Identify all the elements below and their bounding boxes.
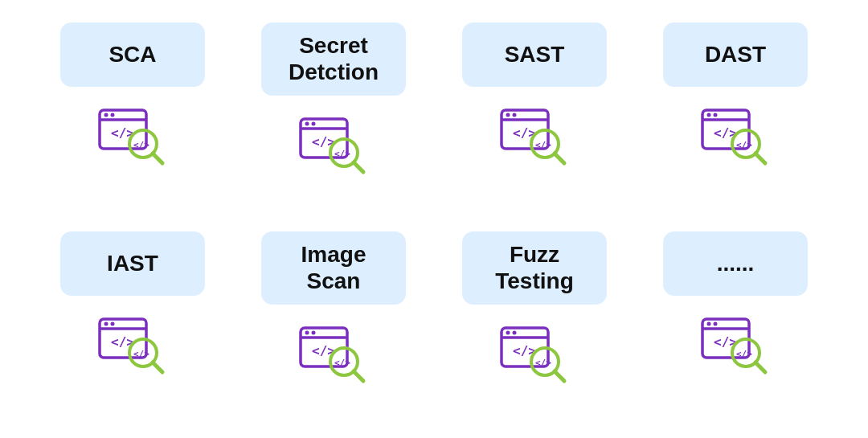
svg-text:</>: </>: [736, 349, 752, 359]
label-text-fuzz-testing: FuzzTesting: [495, 241, 573, 295]
cell-dast[interactable]: DAST </> </>: [647, 23, 824, 207]
svg-line-6: [153, 154, 162, 163]
cell-sast[interactable]: SAST </> </>: [446, 23, 623, 207]
svg-point-50: [506, 330, 510, 334]
svg-text:</>: </>: [133, 140, 149, 150]
scan-icon-sast: </> </>: [494, 98, 575, 170]
svg-text:</>: </>: [334, 358, 350, 368]
label-text-sast: SAST: [505, 41, 565, 68]
label-box-more: ......: [663, 231, 808, 296]
svg-line-46: [354, 371, 363, 381]
svg-point-26: [707, 113, 711, 117]
svg-point-18: [506, 113, 510, 117]
svg-line-38: [153, 362, 162, 372]
svg-line-62: [755, 362, 765, 372]
svg-line-30: [755, 154, 765, 163]
label-box-image-scan: ImageScan: [261, 231, 406, 305]
scan-icon-dast: </> </>: [695, 98, 776, 170]
cell-image-scan[interactable]: ImageScan </> </>: [245, 231, 422, 416]
label-text-more: ......: [717, 250, 755, 277]
svg-text:</>: </>: [535, 140, 551, 150]
svg-point-43: [312, 330, 316, 334]
label-box-sast: SAST: [462, 23, 607, 87]
svg-point-10: [305, 121, 309, 125]
svg-point-58: [707, 321, 711, 325]
cell-iast[interactable]: IAST </> </>: [44, 231, 221, 416]
svg-point-34: [104, 321, 108, 325]
label-box-dast: DAST: [663, 23, 808, 87]
scan-icon-iast: </> </>: [92, 307, 173, 379]
cell-more[interactable]: ...... </> </>: [647, 231, 824, 416]
label-box-sca: SCA: [60, 23, 205, 87]
label-text-secret: SecretDetction: [289, 32, 379, 86]
svg-point-42: [305, 330, 309, 334]
svg-point-19: [513, 113, 517, 117]
cell-sca[interactable]: SCA </> </>: [44, 23, 221, 207]
svg-point-59: [714, 321, 718, 325]
svg-line-54: [555, 371, 564, 381]
svg-line-22: [555, 154, 564, 163]
scan-icon-more: </> </>: [695, 307, 776, 379]
label-text-image-scan: ImageScan: [301, 241, 366, 295]
svg-point-35: [111, 321, 115, 325]
svg-line-14: [354, 162, 363, 172]
svg-point-3: [111, 113, 115, 117]
svg-point-2: [104, 113, 108, 117]
svg-text:</>: </>: [535, 358, 551, 368]
label-box-secret: SecretDetction: [261, 23, 406, 96]
scan-icon-image-scan: </> </>: [293, 316, 374, 388]
svg-point-51: [513, 330, 517, 334]
scan-icon-secret: </> </>: [293, 107, 374, 179]
label-text-iast: IAST: [107, 250, 158, 277]
scan-icon-fuzz-testing: </> </>: [494, 316, 575, 388]
svg-point-11: [312, 121, 316, 125]
label-text-sca: SCA: [108, 41, 156, 68]
label-text-dast: DAST: [705, 41, 766, 68]
svg-point-27: [714, 113, 718, 117]
cell-fuzz-testing[interactable]: FuzzTesting </> </>: [446, 231, 623, 416]
svg-text:</>: </>: [334, 149, 350, 159]
main-grid: SCA </> </> SecretDetction </>: [20, 0, 848, 438]
cell-secret[interactable]: SecretDetction </> </>: [245, 23, 422, 207]
label-box-fuzz-testing: FuzzTesting: [462, 231, 607, 305]
svg-text:</>: </>: [133, 349, 149, 359]
scan-icon-sca: </> </>: [92, 98, 173, 170]
label-box-iast: IAST: [60, 231, 205, 296]
svg-text:</>: </>: [736, 140, 752, 150]
